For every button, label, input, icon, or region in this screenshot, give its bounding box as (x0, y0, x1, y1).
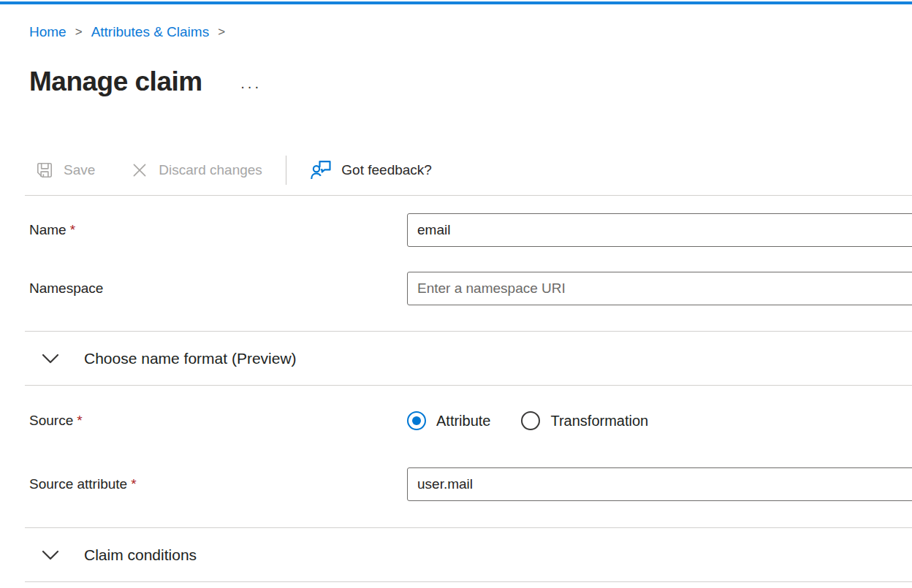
save-button-label: Save (64, 162, 95, 178)
section-choose-name-format[interactable]: Choose name format (Preview) (25, 332, 912, 386)
radio-label: Attribute (436, 413, 490, 429)
required-asterisk: * (77, 413, 82, 428)
radio-option-transformation[interactable]: Transformation (521, 411, 648, 430)
label-text: Source (29, 413, 73, 428)
discard-changes-button[interactable]: Discard changes (130, 161, 262, 180)
required-asterisk: * (70, 222, 75, 237)
required-asterisk: * (131, 476, 136, 492)
command-toolbar: Save Discard changes Got feedback? (29, 155, 912, 186)
breadcrumb-link-attributes-claims[interactable]: Attributes & Claims (91, 22, 210, 42)
source-attribute-field-row: Source attribute* (29, 467, 912, 501)
namespace-field-label: Namespace (29, 280, 407, 297)
ellipsis-icon[interactable]: ··· (240, 78, 262, 95)
radio-selected-icon[interactable] (407, 411, 426, 430)
source-attribute-field-label: Source attribute* (29, 476, 407, 492)
save-button[interactable]: Save (35, 161, 95, 180)
radio-option-attribute[interactable]: Attribute (407, 411, 490, 430)
label-text: Namespace (29, 280, 103, 296)
source-field-label: Source* (29, 413, 407, 429)
radio-label: Transformation (550, 413, 648, 429)
breadcrumb-link-home[interactable]: Home (29, 22, 66, 42)
chevron-down-icon (42, 549, 59, 561)
title-row: Manage claim ··· (29, 64, 912, 99)
feedback-person-icon (310, 159, 332, 181)
name-field-label: Name* (29, 222, 407, 238)
breadcrumb: Home > Attributes & Claims > (29, 22, 912, 42)
name-input[interactable] (407, 213, 912, 247)
namespace-field-row: Namespace (29, 272, 912, 305)
chevron-right-icon: > (75, 22, 83, 42)
name-field-row: Name* (29, 213, 912, 247)
discard-changes-label: Discard changes (159, 162, 262, 178)
got-feedback-button[interactable]: Got feedback? (310, 159, 432, 181)
top-accent-bar (0, 1, 912, 4)
divider (25, 195, 912, 196)
label-text: Name (29, 222, 66, 237)
label-text: Source attribute (29, 476, 127, 492)
chevron-right-icon: > (218, 22, 225, 42)
source-radio-group: Attribute Transformation (407, 411, 648, 430)
source-field-row: Source* Attribute Transformation (29, 405, 912, 437)
source-attribute-input[interactable] (407, 467, 912, 501)
page-title: Manage claim (29, 66, 202, 97)
namespace-input[interactable] (407, 272, 912, 305)
chevron-down-icon (42, 353, 59, 364)
section-label: Choose name format (Preview) (84, 350, 297, 367)
got-feedback-label: Got feedback? (341, 162, 432, 178)
save-icon (35, 161, 54, 180)
radio-unselected-icon[interactable] (521, 411, 540, 430)
toolbar-divider (286, 156, 287, 185)
section-label: Claim conditions (84, 546, 197, 564)
section-claim-conditions[interactable]: Claim conditions (25, 528, 912, 582)
close-icon (130, 161, 149, 180)
